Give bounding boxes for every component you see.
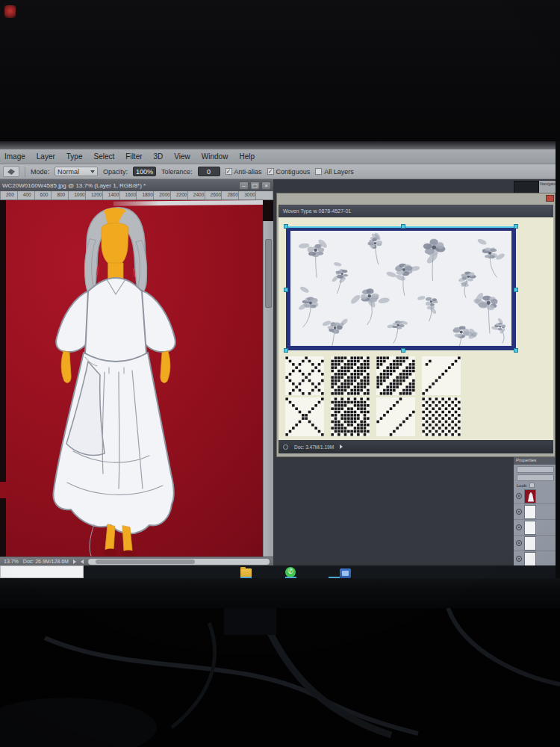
whatsapp-icon[interactable]: ✆ [285,567,296,577]
red-canvas[interactable] [6,200,263,557]
tolerance-label: Tolerance: [161,168,193,176]
layer-3[interactable] [514,520,556,536]
menu-type[interactable]: Type [66,152,83,161]
layer-visibility-eye-icon[interactable] [516,556,522,562]
layer-thumbnail[interactable] [524,552,536,566]
menu-view[interactable]: View [174,152,190,161]
canvas-area[interactable] [0,200,273,557]
horizontal-ruler: 2004006008001000120014001600180020002200… [0,191,273,200]
layer-2[interactable] [514,504,556,520]
pattern-swatch-diagonal-black-bands[interactable] [376,356,415,395]
checkbox-box[interactable] [315,168,322,175]
menu-filter[interactable]: Filter [125,152,142,161]
selection-handle-mb[interactable] [401,348,405,353]
layer-5[interactable] [514,551,556,565]
menu-help[interactable]: Help [239,152,255,161]
menu-select[interactable]: Select [94,152,115,161]
pattern-swatch-double-dotted-lines[interactable] [376,397,415,436]
media-app-icon[interactable] [340,568,351,578]
ruler-tick: 1600 [125,192,136,197]
paint-bucket-tool-icon[interactable] [3,166,19,177]
scroll-right-icon[interactable] [340,444,343,449]
layer-artwork[interactable] [514,489,556,504]
zoom-percentage[interactable]: 13.7% [4,559,19,564]
minimize-button[interactable]: – [239,182,249,190]
opacity-value[interactable]: 100% [133,167,156,176]
pattern-swatch-x-dots[interactable] [285,397,324,436]
layer-thumbnail[interactable] [524,489,536,503]
layer-thumbnail[interactable] [524,505,536,519]
layer-visibility-eye-icon[interactable] [516,540,522,546]
pattern-swatch-single-dotted-line[interactable] [422,356,461,395]
pattern-swatch-black-dotted-diagonals[interactable] [331,356,370,395]
ruler-tick: 3000 [244,192,255,197]
layer-4[interactable] [514,536,556,551]
lock-icon[interactable] [529,483,535,488]
ruler-tick: 2000 [159,192,169,197]
pattern-swatch-grid [285,356,461,436]
scroll-left-icon[interactable] [81,560,84,564]
selection-handle-bl[interactable] [284,348,288,353]
checkbox-box[interactable]: ✓ [225,168,232,175]
canvas-edge-notch [0,482,6,498]
close-icon[interactable] [546,195,554,202]
menu-image[interactable]: Image [4,152,25,161]
menu-3d[interactable]: 3D [154,152,164,161]
ruler-tick: 2400 [193,192,204,197]
pattern-window-titlebar[interactable]: Woven Type w 0878-4527-01 [279,205,553,217]
selection-handle-ml[interactable] [284,288,288,292]
mode-dropdown[interactable]: Normal [55,167,98,176]
checkbox-anti-alias[interactable]: ✓Anti-alias [225,168,262,176]
document-statusbar: 13.7% Doc: 26.9M/128.6M [0,557,273,565]
maximize-button[interactable]: ▢ [250,182,260,190]
document-window: WC20W0160W4585.jpg @ 13.7% (Layer 1, RGB… [0,179,273,565]
layer-visibility-eye-icon[interactable] [516,509,522,515]
pattern-swatch-checker-dots[interactable] [422,397,461,436]
properties-panel-header[interactable]: Properties [514,457,556,465]
checkbox-all-layers[interactable]: All Layers [315,168,354,176]
selection-handle-mr[interactable] [514,288,518,292]
checkbox-contiguous[interactable]: ✓Contiguous [267,168,311,176]
selection-handle-mt[interactable] [401,224,405,229]
pattern-reference-window: Woven Type w 0878-4527-01 [276,193,556,457]
selection-handle-tr[interactable] [514,224,518,229]
menu-layer[interactable]: Layer [37,152,55,161]
selection-handle-tl[interactable] [284,224,288,229]
pattern-window-title: Woven Type w 0878-4527-01 [283,208,351,214]
floral-pattern-image[interactable] [286,226,516,350]
checkbox-box[interactable]: ✓ [267,168,274,175]
pattern-swatch-diamond-ring-black[interactable] [331,397,370,436]
opacity-dropdown[interactable] [517,474,554,481]
navigator-tab[interactable]: Navigator [539,181,556,193]
lock-row: Lock: [514,481,556,489]
pattern-doc-size: Doc: 3.47M/1.19M [294,444,334,450]
horizontal-scrollbar[interactable] [88,559,270,565]
options-separator [25,167,25,177]
menu-window[interactable]: Window [202,152,228,161]
scrollbar-thumb[interactable] [265,239,272,308]
document-title: WC20W0160W4585.jpg @ 13.7% (Layer 1, RGB… [2,182,239,189]
monitor-bezel-bottom: LG [0,578,560,608]
layer-thumbnail[interactable] [524,536,536,551]
close-button[interactable]: × [261,182,271,190]
lock-label: Lock: [517,483,527,488]
monitor-photo: Image Layer Type Select Filter 3D View W… [0,0,560,747]
desk-area [0,608,560,747]
document-titlebar[interactable]: WC20W0160W4585.jpg @ 13.7% (Layer 1, RGB… [0,179,273,191]
pattern-swatch-diamond-lattice-dots[interactable] [285,356,324,395]
workspace-background: Navigator Woven Type w 0878-4527-01 [273,179,556,565]
ruler-tick: 400 [23,192,31,197]
monitor-bezel-right [556,141,560,578]
selection-handle-br[interactable] [514,348,518,353]
tolerance-value[interactable]: 0 [198,167,220,176]
layer-visibility-eye-icon[interactable] [516,493,522,499]
layer-thumbnail[interactable] [524,521,536,535]
blend-mode-dropdown[interactable] [517,466,554,473]
layer-visibility-eye-icon[interactable] [516,524,522,530]
taskbar-search-input[interactable] [0,565,84,578]
scroll-right-icon[interactable] [73,560,76,564]
scrollbar-thumb[interactable] [96,560,196,564]
vertical-scrollbar[interactable] [263,221,273,557]
checkbox-label: All Layers [324,168,354,176]
navigator-thumbnail[interactable] [514,181,539,193]
